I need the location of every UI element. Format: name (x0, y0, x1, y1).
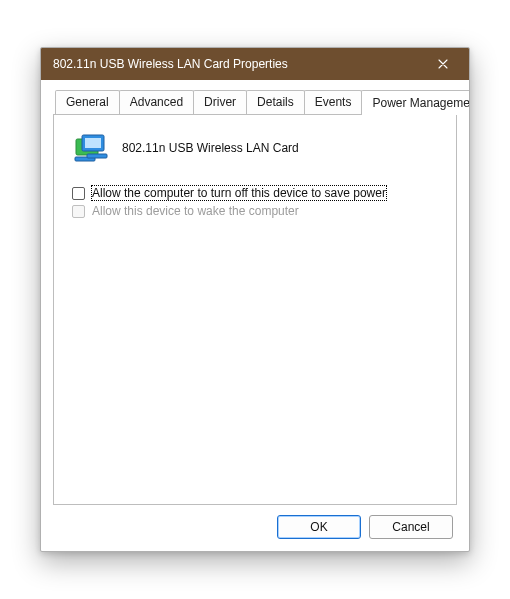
network-adapter-icon (74, 133, 110, 163)
checkbox-box (72, 205, 85, 218)
cancel-button[interactable]: Cancel (369, 515, 453, 539)
device-row: 802.11n USB Wireless LAN Card (70, 129, 440, 185)
checkbox-allow-wake: Allow this device to wake the computer (70, 203, 440, 221)
window-title: 802.11n USB Wireless LAN Card Properties (53, 57, 423, 71)
tab-power-management[interactable]: Power Management (361, 90, 470, 115)
device-name: 802.11n USB Wireless LAN Card (122, 141, 299, 155)
checkbox-label: Allow the computer to turn off this devi… (92, 186, 386, 200)
tab-details[interactable]: Details (246, 90, 305, 114)
tab-general[interactable]: General (55, 90, 120, 114)
titlebar[interactable]: 802.11n USB Wireless LAN Card Properties (41, 48, 469, 80)
checkbox-label: Allow this device to wake the computer (92, 204, 299, 218)
close-icon (438, 57, 448, 72)
svg-rect-4 (87, 154, 107, 158)
tab-driver[interactable]: Driver (193, 90, 247, 114)
properties-dialog: 802.11n USB Wireless LAN Card Properties… (40, 47, 470, 552)
close-button[interactable] (423, 50, 463, 78)
tab-events[interactable]: Events (304, 90, 363, 114)
dialog-footer: OK Cancel (53, 505, 457, 539)
checkbox-box[interactable] (72, 187, 85, 200)
tab-advanced[interactable]: Advanced (119, 90, 194, 114)
tab-strip: General Advanced Driver Details Events P… (53, 90, 457, 114)
tab-page-power-management: 802.11n USB Wireless LAN Card Allow the … (53, 114, 457, 505)
ok-button[interactable]: OK (277, 515, 361, 539)
svg-rect-2 (85, 138, 101, 148)
checkbox-allow-turnoff[interactable]: Allow the computer to turn off this devi… (70, 185, 440, 203)
dialog-body: General Advanced Driver Details Events P… (41, 80, 469, 551)
